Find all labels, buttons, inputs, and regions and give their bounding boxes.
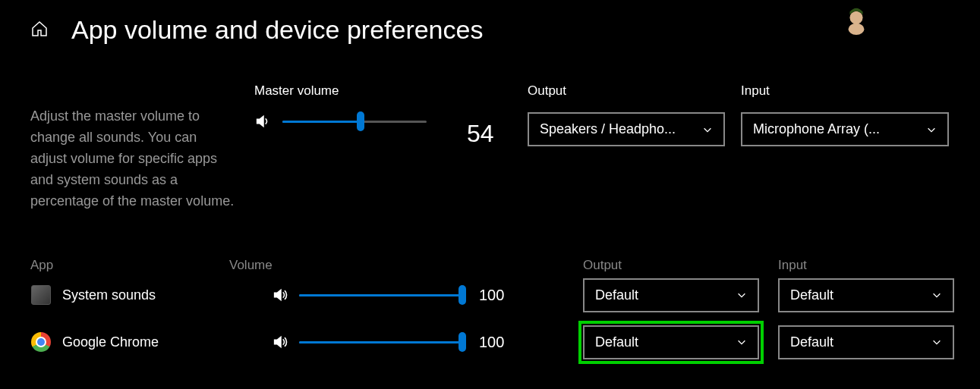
speaker-icon[interactable] <box>272 287 288 303</box>
chevron-down-icon <box>702 124 713 135</box>
profile-avatar-icon <box>842 6 871 35</box>
app-volume-value: 100 <box>479 334 509 351</box>
app-row: Google Chrome 100 Default Default <box>30 331 956 353</box>
system-sounds-icon <box>30 284 52 306</box>
app-input-selected: Default <box>790 287 833 303</box>
description-text: Adjust the master volume to change all s… <box>30 106 235 212</box>
input-master-dropdown[interactable]: Microphone Array (... <box>741 112 949 146</box>
column-header-output: Output <box>583 258 622 273</box>
master-volume-value: 54 <box>467 120 494 148</box>
output-label: Output <box>528 83 725 99</box>
app-input-dropdown[interactable]: Default <box>778 325 954 359</box>
output-master-dropdown[interactable]: Speakers / Headpho... <box>528 112 725 146</box>
app-volume-slider[interactable] <box>299 286 462 304</box>
app-output-dropdown[interactable]: Default <box>583 325 759 359</box>
input-master-selected: Microphone Array (... <box>753 121 880 137</box>
app-output-selected: Default <box>595 334 638 350</box>
chevron-down-icon <box>931 290 942 300</box>
svg-point-0 <box>849 11 862 24</box>
chevron-down-icon <box>931 337 942 347</box>
app-output-dropdown[interactable]: Default <box>583 278 759 312</box>
app-volume-value: 100 <box>479 287 509 304</box>
column-header-volume: Volume <box>229 258 273 273</box>
chevron-down-icon <box>736 337 747 347</box>
input-label: Input <box>741 83 949 99</box>
app-name-label: Google Chrome <box>62 334 214 350</box>
chevron-down-icon <box>926 124 937 135</box>
chrome-icon <box>30 331 52 353</box>
speaker-icon[interactable] <box>272 334 288 350</box>
column-header-app: App <box>30 258 53 273</box>
app-output-selected: Default <box>595 287 638 303</box>
chevron-down-icon <box>736 290 747 300</box>
app-input-dropdown[interactable]: Default <box>778 278 954 312</box>
svg-point-1 <box>849 24 865 35</box>
column-header-input: Input <box>778 258 807 273</box>
master-volume-slider[interactable] <box>282 112 427 130</box>
app-input-selected: Default <box>790 334 833 350</box>
app-name-label: System sounds <box>62 287 214 303</box>
app-row: System sounds 100 Default Default <box>30 284 956 306</box>
speaker-icon[interactable] <box>254 113 271 130</box>
app-volume-slider[interactable] <box>299 333 462 351</box>
page-title: App volume and device preferences <box>71 15 483 45</box>
home-icon[interactable] <box>30 20 49 41</box>
output-master-selected: Speakers / Headpho... <box>540 121 676 137</box>
master-volume-label: Master volume <box>254 83 427 99</box>
